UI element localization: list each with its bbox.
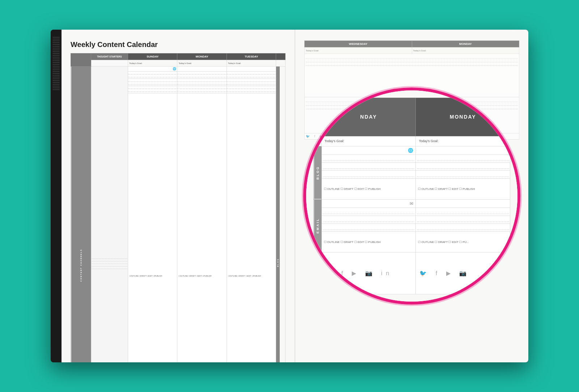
zoom-email-left-3 (321, 216, 416, 223)
zoom-table: NDAY MONDAY Today's Goal: Today's Goal: … (313, 98, 510, 294)
book-container: Weekly Content Calendar THOUGHT STARTERS (51, 30, 528, 362)
tuesday-goal: Today's Goal: (227, 60, 276, 67)
zoom-social-icons-right: 🐦 f ▶ 📷 (416, 252, 510, 294)
blog-row-1: CONTENT CHANNELS 🌐 BLOG (71, 67, 286, 72)
zoom-blog-left-4 (321, 170, 416, 178)
zoom-blog-left-2 (321, 154, 416, 162)
zoom-email-left-4 (321, 223, 416, 231)
zoom-email-left-2 (321, 208, 416, 216)
mon-blog-1 (177, 67, 227, 72)
sunday-header: SUNDAY (128, 54, 177, 60)
zoom-blog-left-3 (321, 162, 416, 170)
zoom-blog-row-3 (314, 162, 510, 170)
content-channels-label: CONTENT CHANNELS (71, 67, 91, 363)
wed-goal: Today's Goal: (305, 47, 412, 54)
zoom-email-label: EMAIL (314, 199, 322, 252)
zoom-email-check-left: ☐ OUTLINE ☐ DRAFT ☐ EDIT ☐ PUBLISH (321, 231, 416, 252)
tue-blog-check: ☐OUTLINE ☐DRAFT ☐EDIT ☐PUBLISH (227, 93, 276, 363)
sun-blog-check: ☐OUTLINE ☐DRAFT ☐EDIT ☐PUBLISH (128, 93, 177, 363)
zoom-circle-overlay: NDAY MONDAY Today's Goal: Today's Goal: … (303, 88, 520, 304)
sun-blog-3 (128, 79, 177, 86)
zoom-email-right-4 (416, 223, 510, 231)
page-title: Weekly Content Calendar (71, 41, 286, 49)
zoom-blog-wp-left: 🌐 (321, 146, 416, 154)
zoom-email-icon-left: ✉ (321, 199, 416, 208)
page-right: WEDNESDAY MONDAY Today's Goal: Today's G… (295, 30, 528, 362)
zoom-email-check-right: ☐ OUTLINE ☐ DRAFT ☐ EDIT ☐ PU... (416, 231, 510, 252)
book-spine (51, 30, 62, 362)
zoom-blog-right-3 (416, 162, 510, 170)
mon-blog-3 (177, 79, 227, 86)
zoom-social-row: 🐦 f ▶ 📷 in 🐦 f ▶ 📷 (314, 252, 510, 294)
zoom-email-icon-row: EMAIL ✉ (314, 199, 510, 208)
zoom-goal-row: Today's Goal: Today's Goal: (314, 136, 510, 146)
zoom-header-row: NDAY MONDAY (314, 98, 510, 136)
wednesday-header: WEDNESDAY (305, 41, 412, 47)
zoom-monday-header: MONDAY (416, 98, 510, 136)
sun-blog-2 (128, 72, 177, 79)
zoom-nday-header: NDAY (321, 98, 416, 136)
calendar-header-row: THOUGHT STARTERS SUNDAY MONDAY TUESDAY (71, 54, 286, 60)
zoom-goal-right: Today's Goal: (416, 136, 510, 146)
sunday-goal: Today's Goal: (128, 60, 177, 67)
zoom-goal-left: Today's Goal: (321, 136, 416, 146)
mon-right-goal: Today's Goal: (412, 47, 519, 54)
zoom-blog-label: BLOG (314, 146, 322, 199)
zoom-blog-check-right: ☐ OUTLINE ☐ DRAFT ☐ EDIT ☐ PUBLISH (416, 178, 510, 199)
thought-starters-header: THOUGHT STARTERS (91, 54, 128, 60)
monday-goal: Today's Goal: (177, 60, 227, 67)
zoom-blog-right-4 (416, 170, 510, 178)
ts-goal (91, 60, 128, 67)
zoom-blog-right-2 (416, 154, 510, 162)
tue-blog-2 (227, 72, 276, 79)
zoom-email-right-2 (416, 208, 510, 216)
mon-blog-check: ☐OUTLINE ☐DRAFT ☐EDIT ☐PUBLISH (177, 93, 227, 363)
zoom-content: NDAY MONDAY Today's Goal: Today's Goal: … (306, 90, 517, 302)
zoom-email-icon-right (416, 199, 510, 208)
zoom-social-icons-left: 🐦 f ▶ 📷 in (321, 252, 416, 294)
monday-header: MONDAY (177, 54, 227, 60)
zoom-email-checkbox-row: ☐ OUTLINE ☐ DRAFT ☐ EDIT ☐ PUBLISH ☐ OUT… (314, 231, 510, 252)
zoom-blog-row-2 (314, 154, 510, 162)
zoom-blog-row-4 (314, 170, 510, 178)
calendar-table: THOUGHT STARTERS SUNDAY MONDAY TUESDAY T… (71, 53, 286, 362)
zoom-email-row-2 (314, 208, 510, 216)
zoom-email-row-4 (314, 223, 510, 231)
sun-blog-4 (128, 86, 177, 93)
monday-right-header: MONDAY (412, 41, 519, 47)
book-pages: Weekly Content Calendar THOUGHT STARTERS (62, 30, 528, 362)
ts-blog-cell (91, 67, 128, 363)
zoom-email-row-3 (314, 216, 510, 223)
zoom-blog-check-left: ☐ OUTLINE ☐ DRAFT ☐ EDIT ☐ PUBLISH (321, 178, 416, 199)
mon-blog-4 (177, 86, 227, 93)
zoom-blog-checkbox-row: ☐ OUTLINE ☐ DRAFT ☐ EDIT ☐ PUBLISH ☐ OUT… (314, 178, 510, 199)
mon-blog-2 (177, 72, 227, 79)
zoom-blog-icon-row: BLOG 🌐 (314, 146, 510, 154)
zoom-blog-wp-right (416, 146, 510, 154)
tue-blog-3 (227, 79, 276, 86)
goal-row: Today's Goal: Today's Goal: Today's Goal… (71, 60, 286, 67)
tue-blog-4 (227, 86, 276, 93)
sun-blog-1: 🌐 (128, 67, 177, 72)
page-left: Weekly Content Calendar THOUGHT STARTERS (62, 30, 295, 362)
tue-blog-1 (227, 67, 276, 72)
zoom-email-right-3 (416, 216, 510, 223)
tuesday-header: TUESDAY (227, 54, 276, 60)
